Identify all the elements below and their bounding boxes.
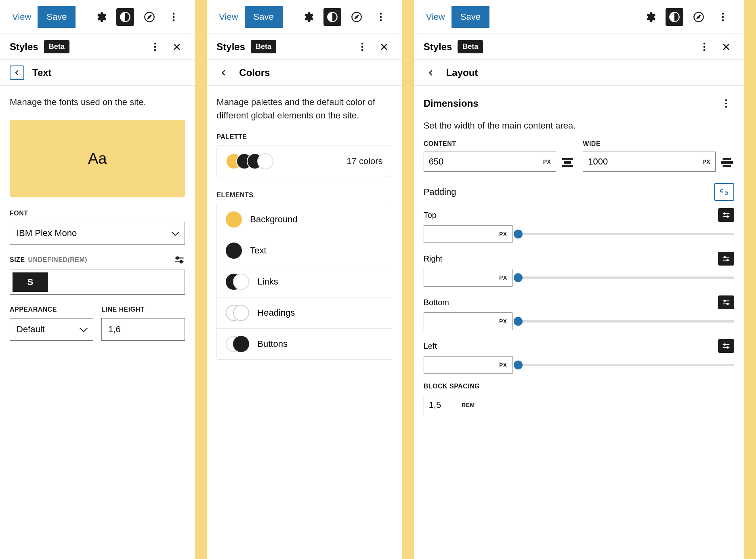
- elements-list: Background Text Links Headings: [216, 204, 392, 360]
- panel-nav: Colors: [207, 60, 401, 86]
- wide-width-icon[interactable]: [720, 154, 734, 169]
- panel-body: Manage the fonts used on the site. Aa FO…: [0, 86, 195, 559]
- close-icon[interactable]: [376, 39, 392, 55]
- panel-more-icon[interactable]: [696, 39, 712, 55]
- content-width-icon[interactable]: [560, 154, 575, 169]
- line-height-input[interactable]: [101, 318, 185, 341]
- svg-point-34: [704, 49, 706, 51]
- panel-title: Styles: [424, 41, 452, 53]
- dimensions-more-icon[interactable]: [718, 95, 734, 112]
- view-link[interactable]: View: [219, 12, 238, 22]
- svg-point-49: [727, 216, 729, 217]
- pad-right-slider[interactable]: [518, 276, 734, 279]
- beta-badge: Beta: [251, 40, 276, 53]
- svg-point-22: [361, 46, 363, 48]
- element-label: Links: [257, 276, 278, 287]
- compass-icon[interactable]: [141, 8, 158, 26]
- pad-right-label: Right: [424, 254, 443, 264]
- pad-right-input[interactable]: PX: [424, 269, 512, 287]
- element-headings[interactable]: Headings: [217, 297, 391, 329]
- svg-point-13: [176, 257, 179, 259]
- content-input[interactable]: PX: [424, 152, 556, 172]
- save-button[interactable]: Save: [452, 6, 489, 28]
- svg-point-23: [361, 49, 363, 51]
- svg-point-6: [154, 42, 156, 44]
- palette-box[interactable]: 17 colors: [216, 146, 392, 177]
- view-link[interactable]: View: [426, 12, 445, 22]
- settings-icon[interactable]: [299, 8, 317, 26]
- svg-point-52: [724, 257, 726, 258]
- more-icon[interactable]: [714, 8, 732, 26]
- svg-point-3: [173, 13, 175, 15]
- nav-title: Text: [32, 67, 52, 78]
- size-s-button[interactable]: S: [13, 272, 48, 292]
- nav-title: Layout: [446, 67, 478, 78]
- pad-left-input[interactable]: PX: [424, 356, 512, 374]
- sliders-icon[interactable]: [174, 254, 185, 266]
- save-button[interactable]: Save: [245, 6, 283, 28]
- element-text[interactable]: Text: [217, 235, 391, 266]
- svg-point-48: [724, 213, 726, 215]
- compass-icon[interactable]: [690, 8, 708, 26]
- font-select[interactable]: IBM Plex Mono: [10, 222, 185, 245]
- svg-point-61: [727, 347, 729, 348]
- save-button[interactable]: Save: [38, 6, 76, 28]
- styles-icon[interactable]: [666, 8, 683, 26]
- compass-icon[interactable]: [348, 8, 365, 26]
- pad-left-slider[interactable]: [518, 364, 734, 366]
- pad-bottom-slider[interactable]: [518, 320, 734, 323]
- wide-input[interactable]: PX: [583, 152, 716, 172]
- panel-title: Styles: [216, 41, 245, 53]
- settings-icon[interactable]: [92, 8, 110, 26]
- back-button[interactable]: [216, 65, 231, 80]
- more-icon[interactable]: [165, 8, 183, 26]
- block-spacing-input[interactable]: REM: [424, 395, 480, 415]
- svg-point-37: [725, 99, 727, 101]
- more-icon[interactable]: [372, 8, 390, 26]
- link-sides-button[interactable]: [714, 183, 734, 201]
- settings-icon[interactable]: [641, 8, 659, 26]
- svg-point-7: [154, 46, 156, 48]
- panel-more-icon[interactable]: [147, 39, 163, 55]
- svg-marker-28: [697, 15, 700, 19]
- svg-point-33: [704, 46, 706, 48]
- content-label: CONTENT: [424, 140, 575, 148]
- svg-rect-40: [562, 158, 573, 160]
- svg-point-39: [725, 106, 727, 108]
- panel-title: Styles: [10, 41, 38, 53]
- back-button[interactable]: [424, 65, 438, 80]
- svg-point-18: [380, 13, 382, 15]
- close-icon[interactable]: [169, 39, 185, 55]
- styles-icon[interactable]: [323, 8, 341, 26]
- font-preview: Aa: [10, 120, 185, 197]
- svg-point-14: [180, 261, 183, 263]
- styles-icon[interactable]: [116, 8, 134, 26]
- element-buttons[interactable]: Buttons: [217, 329, 391, 359]
- element-links[interactable]: Links: [217, 266, 391, 297]
- element-background[interactable]: Background: [217, 204, 391, 235]
- sliders-icon[interactable]: [718, 208, 734, 222]
- back-button[interactable]: [10, 65, 24, 80]
- sliders-icon[interactable]: [718, 252, 734, 266]
- panel-desc: Manage the fonts used on the site.: [10, 95, 185, 109]
- palette-count: 17 colors: [346, 156, 382, 167]
- color-swatch-icon: [226, 243, 242, 259]
- svg-point-32: [704, 42, 706, 44]
- color-swatch-icon: [226, 305, 249, 321]
- dimensions-title: Dimensions: [424, 98, 479, 109]
- pad-top-slider[interactable]: [518, 233, 734, 235]
- appearance-select[interactable]: Default: [10, 318, 93, 341]
- sliders-icon[interactable]: [718, 339, 734, 353]
- panel-body: Manage palettes and the default color of…: [207, 86, 401, 559]
- pad-bottom-input[interactable]: PX: [424, 312, 512, 330]
- close-icon[interactable]: [718, 39, 734, 55]
- panel-more-icon[interactable]: [354, 39, 370, 55]
- pad-top-input[interactable]: PX: [424, 225, 512, 243]
- dimensions-desc: Set the width of the main content area.: [424, 119, 734, 132]
- sliders-icon[interactable]: [718, 295, 734, 309]
- view-link[interactable]: View: [12, 12, 31, 22]
- svg-point-19: [380, 16, 382, 18]
- svg-point-53: [727, 259, 729, 261]
- size-label: SIZE: [10, 256, 25, 264]
- element-label: Background: [250, 214, 297, 225]
